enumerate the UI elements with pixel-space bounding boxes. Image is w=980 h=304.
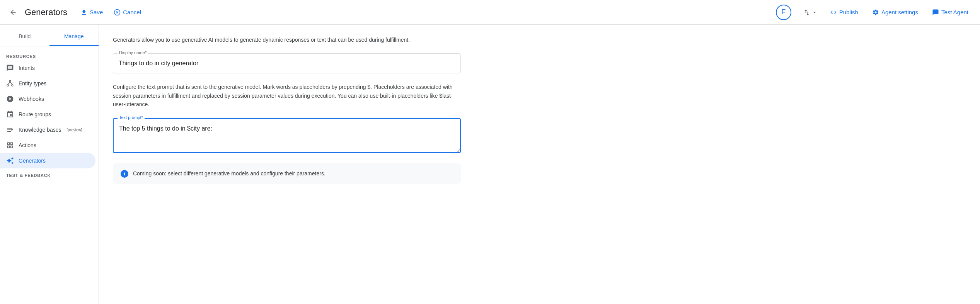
top-bar-actions: Save Cancel <box>77 7 145 18</box>
page-title: Generators <box>25 7 67 17</box>
top-bar: Generators Save Cancel F Publish <box>0 0 980 25</box>
entity-types-label: Entity types <box>19 80 46 87</box>
sidebar-item-actions[interactable]: Actions <box>0 138 95 153</box>
configure-text: Configure the text prompt that is sent t… <box>113 83 461 109</box>
entity-types-icon <box>6 80 14 87</box>
svg-point-2 <box>7 85 9 86</box>
display-name-input[interactable] <box>113 53 461 73</box>
info-box: i Coming soon: select different generati… <box>113 163 461 184</box>
sidebar-tabs: Build Manage <box>0 28 99 46</box>
save-button[interactable]: Save <box>77 7 107 18</box>
route-groups-icon <box>6 110 14 118</box>
svg-point-1 <box>9 80 11 82</box>
display-name-field: Display name* <box>113 53 461 73</box>
text-prompt-field: Text prompt* <box>113 118 461 154</box>
knowledge-bases-icon <box>6 126 14 134</box>
main-layout: Build Manage RESOURCES Intents <box>0 25 980 304</box>
sidebar-item-webhooks[interactable]: Webhooks <box>0 91 95 107</box>
sidebar-item-knowledge-bases[interactable]: Knowledge bases [preview] <box>0 122 95 138</box>
back-button[interactable] <box>8 7 19 18</box>
content-area: Generators allow you to use generative A… <box>99 25 980 304</box>
text-prompt-textarea[interactable] <box>113 118 461 153</box>
intents-icon <box>6 64 14 72</box>
sidebar: Build Manage RESOURCES Intents <box>0 25 99 304</box>
sidebar-item-intents[interactable]: Intents <box>0 60 95 76</box>
preview-badge: [preview] <box>67 128 82 132</box>
test-feedback-section-label: TEST & FEEDBACK <box>0 168 99 179</box>
route-groups-label: Route groups <box>19 111 51 117</box>
svg-line-5 <box>10 82 12 85</box>
tab-manage[interactable]: Manage <box>49 28 99 46</box>
tab-build[interactable]: Build <box>0 28 49 46</box>
generators-label: Generators <box>19 158 46 164</box>
sidebar-item-entity-types[interactable]: Entity types <box>0 76 95 91</box>
sidebar-item-generators[interactable]: Generators <box>0 153 95 168</box>
cancel-button[interactable]: Cancel <box>110 7 145 18</box>
webhooks-label: Webhooks <box>19 96 44 102</box>
info-text: Coming soon: select different generative… <box>133 170 326 178</box>
test-agent-button[interactable]: Test Agent <box>928 7 972 18</box>
agent-settings-button[interactable]: Agent settings <box>868 7 922 18</box>
svg-line-4 <box>8 82 10 85</box>
intents-label: Intents <box>19 65 35 71</box>
publish-button[interactable]: Publish <box>826 7 862 18</box>
svg-point-3 <box>12 85 13 86</box>
knowledge-bases-label: Knowledge bases <box>19 127 61 133</box>
sort-button[interactable] <box>801 6 820 19</box>
intro-text: Generators allow you to use generative A… <box>113 36 461 44</box>
webhooks-icon <box>6 95 14 103</box>
actions-icon <box>6 141 14 149</box>
info-icon: i <box>121 170 128 178</box>
sidebar-item-route-groups[interactable]: Route groups <box>0 107 95 122</box>
resources-section-label: RESOURCES <box>0 49 99 60</box>
generators-icon <box>6 157 14 165</box>
text-prompt-label: Text prompt* <box>118 115 145 120</box>
avatar: F <box>776 5 791 20</box>
actions-label: Actions <box>19 142 36 148</box>
display-name-label: Display name* <box>118 50 148 55</box>
